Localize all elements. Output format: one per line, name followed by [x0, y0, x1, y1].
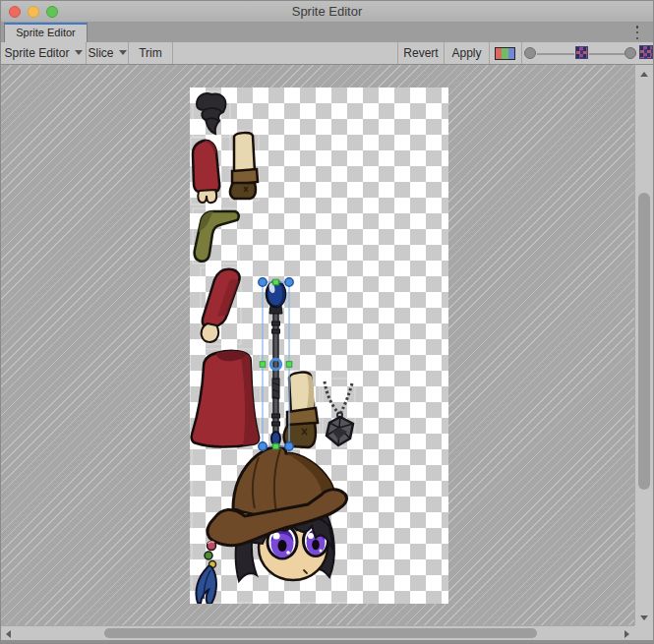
horizontal-scrollbar[interactable] — [1, 625, 636, 640]
toolbar: Sprite Editor Slice Trim Revert Apply — [1, 42, 653, 65]
sprite-character-head[interactable] — [196, 446, 346, 604]
tab-bar: Sprite Editor — [1, 23, 653, 42]
vertical-scrollbar-thumb[interactable] — [638, 193, 650, 490]
mip-texture-small-icon — [575, 46, 588, 59]
sprite-hair-tuft[interactable] — [197, 93, 226, 134]
scroll-left-icon[interactable] — [6, 630, 11, 638]
scrollbar-corner — [634, 625, 653, 640]
horizontal-scrollbar-thumb[interactable] — [104, 628, 537, 638]
chevron-down-icon — [75, 50, 83, 55]
sprite-magic-staff[interactable] — [267, 281, 285, 445]
zoom-slider-handle[interactable] — [524, 47, 536, 59]
revert-button[interactable]: Revert — [398, 42, 444, 64]
mip-texture-large-icon — [639, 45, 653, 59]
sprite-red-sleeve[interactable] — [193, 141, 219, 203]
texture-sprites — [190, 88, 448, 604]
window-titlebar[interactable]: Sprite Editor — [1, 1, 653, 23]
sprite-editor-window: Sprite Editor Sprite Editor Sprite Edito… — [0, 0, 654, 644]
sprite-silver-pendant[interactable] — [325, 381, 353, 445]
slice-dropdown[interactable]: Slice — [87, 42, 128, 64]
zoom-slider-track[interactable] — [537, 53, 574, 55]
window-bottom-edge — [1, 640, 653, 643]
sprite-green-scarf[interactable] — [195, 211, 239, 262]
window-title: Sprite Editor — [1, 1, 653, 22]
sprite-red-arm[interactable] — [202, 269, 240, 342]
mip-slider-track[interactable] — [589, 53, 624, 55]
tab-sprite-editor[interactable]: Sprite Editor — [4, 23, 88, 42]
sprite-editor-dropdown[interactable]: Sprite Editor — [1, 42, 86, 64]
kebab-menu-icon[interactable] — [635, 26, 639, 39]
mip-slider-handle[interactable] — [624, 47, 636, 59]
sprite-red-robe[interactable] — [192, 351, 260, 447]
apply-button[interactable]: Apply — [445, 42, 489, 64]
rgb-channels-icon[interactable] — [495, 47, 515, 60]
sprite-tan-boot[interactable] — [230, 133, 258, 199]
sprite-canvas[interactable] — [1, 65, 636, 627]
vertical-scrollbar[interactable] — [634, 65, 653, 627]
scroll-down-icon[interactable] — [640, 615, 648, 620]
scroll-right-icon[interactable] — [624, 630, 629, 638]
chevron-down-icon — [119, 50, 127, 55]
scroll-up-icon[interactable] — [640, 72, 648, 77]
close-button[interactable] — [9, 6, 21, 18]
texture-area[interactable] — [190, 88, 448, 604]
zoom-window-button[interactable] — [46, 6, 58, 18]
trim-button[interactable]: Trim — [129, 42, 172, 64]
minimize-button[interactable] — [28, 6, 39, 18]
